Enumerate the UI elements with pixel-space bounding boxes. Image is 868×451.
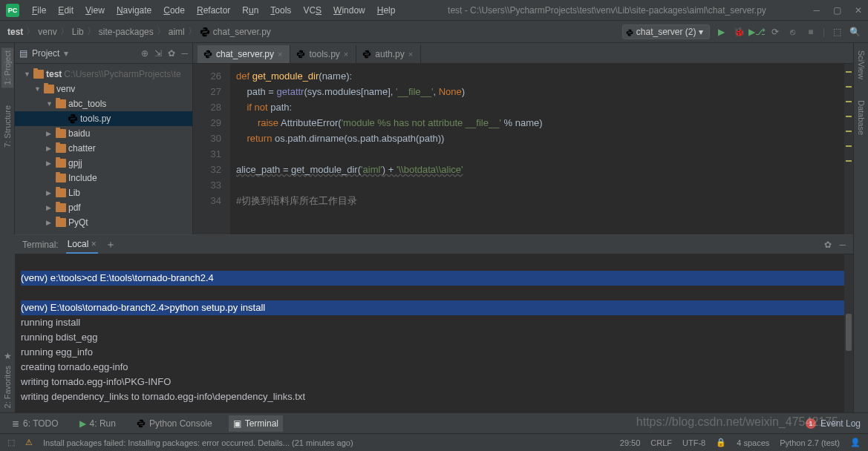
tree-include[interactable]: Include <box>15 171 192 185</box>
hide-icon[interactable]: ─ <box>181 48 188 59</box>
python-icon <box>200 27 210 37</box>
tree-root[interactable]: ▼ test C:\Users\\PycharmProjects\te <box>15 67 192 82</box>
coverage-icon[interactable]: ▶⎇ <box>751 26 763 38</box>
terminal-tab-local[interactable]: Local × <box>66 236 98 254</box>
tree-label: pdf <box>68 201 81 214</box>
menu-navigate[interactable]: Navigate <box>111 3 157 18</box>
collapse-icon[interactable]: ⇲ <box>154 48 162 59</box>
status-encoding[interactable]: UTF-8 <box>682 438 705 447</box>
tree-lib[interactable]: ▶Lib <box>15 185 192 200</box>
terminal-label: Terminal: <box>22 240 59 250</box>
new-terminal-icon[interactable]: ＋ <box>105 238 116 251</box>
tw-project[interactable]: 1: Project <box>1 47 13 88</box>
close-icon[interactable]: × <box>278 50 282 59</box>
menu-file[interactable]: File <box>27 3 51 18</box>
tab-auth[interactable]: auth.py× <box>356 45 421 63</box>
maximize-icon[interactable]: ▢ <box>833 5 841 16</box>
event-log[interactable]: Event Log <box>820 418 861 429</box>
status-line-sep[interactable]: CRLF <box>650 438 672 447</box>
tree-label: Include <box>68 171 97 185</box>
star-icon[interactable]: ★ <box>4 351 12 361</box>
run-icon[interactable]: ▶ <box>716 26 728 38</box>
status-message[interactable]: Install packages failed: Installing pack… <box>43 438 353 447</box>
debug-icon[interactable]: 🐞 <box>734 26 745 38</box>
menu-refactor[interactable]: Refactor <box>192 3 235 18</box>
menu-vcs[interactable]: VCS <box>298 3 327 18</box>
tree-chatter[interactable]: ▶chatter <box>15 141 192 156</box>
tw-favorites[interactable]: 2: Favorites <box>3 366 12 408</box>
folder-icon <box>56 144 66 153</box>
btab-terminal[interactable]: ▣Terminal <box>229 415 283 432</box>
menu-view[interactable]: View <box>80 3 110 18</box>
locate-icon[interactable]: ⊕ <box>141 48 149 59</box>
crumb-4[interactable]: aiml <box>169 27 185 37</box>
crumb-0[interactable]: test <box>7 27 23 37</box>
menu-help[interactable]: Help <box>372 3 401 18</box>
status-inspect-icon[interactable]: 👤 <box>850 438 861 447</box>
tree-abc-tools[interactable]: ▼abc_tools <box>15 96 192 111</box>
terminal-body[interactable]: (venv) e:\tools>cd E:\tools\tornado-bran… <box>15 254 853 412</box>
menu-edit[interactable]: Edit <box>53 3 79 18</box>
project-label[interactable]: Project <box>32 48 59 59</box>
btab-run[interactable]: ▶4: Run <box>75 415 120 432</box>
tw-sciview[interactable]: SciView <box>855 47 867 82</box>
tree-baidu[interactable]: ▶baidu <box>15 126 192 141</box>
folder-icon <box>56 174 66 182</box>
status-icon[interactable]: ⬚ <box>7 438 15 447</box>
python-icon <box>68 113 78 124</box>
menu-tools[interactable]: Tools <box>265 3 296 18</box>
tree-label: test <box>46 68 62 81</box>
attach-icon[interactable]: ⎋ <box>787 26 799 38</box>
crumb-1[interactable]: venv <box>38 27 56 37</box>
window-title: test - C:\Users\\PycharmProjects\test\ve… <box>400 5 813 16</box>
status-interpreter[interactable]: Python 2.7 (test) <box>780 438 840 447</box>
tree-label: abc_tools <box>68 97 106 111</box>
tree-label: tools.py <box>80 112 111 125</box>
close-icon[interactable]: ✕ <box>855 5 862 16</box>
tree-tools-py[interactable]: tools.py <box>15 111 192 126</box>
btab-todo[interactable]: ≣6: TODO <box>7 415 63 432</box>
menu-code[interactable]: Code <box>158 3 190 18</box>
python-icon <box>296 50 305 59</box>
hide-icon[interactable]: ─ <box>839 240 846 250</box>
lock-icon[interactable]: 🔒 <box>716 438 726 447</box>
folder-icon <box>56 159 66 168</box>
tab-chat-server[interactable]: chat_server.py× <box>198 45 290 63</box>
folder-icon <box>33 70 44 79</box>
crumb-2[interactable]: Lib <box>72 27 84 37</box>
folder-icon <box>44 85 54 93</box>
vcs-update-icon[interactable]: ⬚ <box>831 26 843 38</box>
terminal-line: creating tornado.egg-info <box>21 360 847 375</box>
status-indent[interactable]: 4 spaces <box>737 438 769 447</box>
gear-icon[interactable]: ✿ <box>824 240 832 250</box>
tree-pdf[interactable]: ▶pdf <box>15 200 192 215</box>
project-view-icon[interactable]: ▤ <box>19 48 27 59</box>
tree-pyqt[interactable]: ▶PyQt <box>15 215 192 230</box>
crumb-5[interactable]: chat_server.py <box>213 27 271 37</box>
terminal-line: (venv) e:\tools>cd E:\tools\tornado-bran… <box>21 271 847 286</box>
tree-label: gpjj <box>68 157 82 170</box>
close-icon[interactable]: × <box>408 50 413 59</box>
tree-gpjj[interactable]: ▶gpjj <box>15 156 192 171</box>
btab-python-console[interactable]: Python Console <box>132 415 217 432</box>
terminal-line: running bdist_egg <box>21 330 847 345</box>
menu-window[interactable]: Window <box>328 3 371 18</box>
tab-tools[interactable]: tools.py× <box>290 45 356 63</box>
close-icon[interactable]: × <box>344 50 348 59</box>
run-config-select[interactable]: chat_server (2) ▾ <box>622 24 710 39</box>
status-position[interactable]: 29:50 <box>620 438 641 447</box>
menu-run[interactable]: Run <box>237 3 264 18</box>
tree-venv[interactable]: ▼venv <box>15 82 192 96</box>
run-config-label: chat_server (2) <box>636 27 696 37</box>
search-icon[interactable]: 🔍 <box>849 26 861 38</box>
stop-icon[interactable]: ■ <box>805 26 817 38</box>
gear-icon[interactable]: ✿ <box>168 48 175 59</box>
tw-database[interactable]: Database <box>855 97 867 138</box>
close-icon[interactable]: × <box>91 239 97 249</box>
tw-structure[interactable]: 7: Structure <box>1 102 13 151</box>
terminal-scrollbar[interactable] <box>844 254 853 412</box>
python-icon <box>362 50 371 59</box>
crumb-3[interactable]: site-packages <box>99 27 154 37</box>
minimize-icon[interactable]: ─ <box>813 5 820 16</box>
profile-icon[interactable]: ⟳ <box>769 26 781 38</box>
